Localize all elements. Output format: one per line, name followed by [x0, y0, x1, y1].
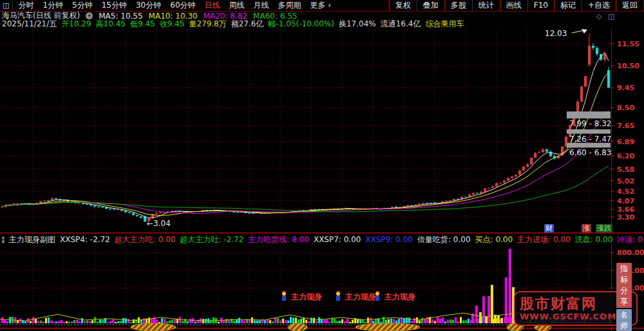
menu-separator [12, 0, 13, 11]
rise-badge[interactable]: 涨 [582, 224, 591, 232]
svg-text:5.02: 5.02 [617, 177, 634, 185]
low-value: 低9.45 [130, 19, 155, 30]
svg-text:6.89: 6.89 [617, 138, 634, 146]
stat-main-buy-line: 主力吃货线: 8.00 [248, 234, 309, 245]
btn-f10[interactable]: F10 [528, 0, 554, 11]
btn-statistics[interactable]: 统计 [473, 0, 500, 11]
svg-text:←3.04: ←3.04 [147, 219, 171, 228]
stat-xxsp9: XXSP9: 0.00 [365, 235, 413, 244]
period-tabs: 分时 1分钟 5分钟 15分钟 30分钟 60分钟 日线 周线 月线 多周期 更… [18, 0, 388, 11]
svg-text:5.58: 5.58 [617, 166, 634, 174]
stat-washout: 洗盘: 0.00 [575, 234, 613, 245]
tab-monthly[interactable]: 月线 [254, 0, 269, 11]
change-value: 幅-1.05(-10.00%) [268, 19, 334, 30]
date: 2025/11/21/五 [2, 19, 57, 30]
amount-value: 额27.6亿 [231, 19, 264, 30]
tab-15min[interactable]: 15分钟 [102, 0, 127, 11]
close-value: 收9.45 [160, 19, 185, 30]
tab-daily[interactable]: 日线 [205, 0, 220, 11]
chevron-down-icon[interactable]: ▾ [2, 236, 5, 243]
btn-overlay[interactable]: 叠加 [417, 0, 444, 11]
svg-text:主力现身: 主力现身 [345, 292, 376, 301]
quote-info-row: 2025/11/21/五 开10.29 高10.45 低9.45 收9.45 量… [2, 20, 464, 28]
svg-text:主力现身: 主力现身 [290, 292, 322, 301]
indicator-title[interactable]: 主力现身副图 [9, 234, 55, 245]
svg-text:主力现身: 主力现身 [384, 292, 415, 301]
watermark-badges: 指标分享 名师课程 [616, 261, 632, 331]
watermark-text: 股市财富网 WWW.GSCFW.COM [520, 296, 616, 321]
svg-text:7.99 - 8.32: 7.99 - 8.32 [569, 119, 611, 128]
industry-label[interactable]: 综合乘用车 [425, 19, 464, 30]
svg-text:10.50: 10.50 [617, 62, 639, 70]
svg-text:800.00: 800.00 [617, 249, 644, 257]
stat-super-sell: 超大主力吐: -2.72 [180, 234, 243, 245]
svg-text:6.20: 6.20 [617, 152, 634, 160]
btn-back[interactable]: 返回 [616, 0, 643, 11]
tab-minute-chart[interactable]: 分时 [18, 0, 33, 11]
svg-text:11.55: 11.55 [617, 40, 639, 48]
tab-multi-period[interactable]: 多周期 [278, 0, 301, 11]
rise-fall-badge[interactable]: 涨跌 [596, 224, 612, 232]
svg-text:4.07: 4.07 [617, 197, 634, 205]
btn-draw-line[interactable]: 画线 [500, 0, 527, 11]
stock-app-window: ◫ 分时 1分钟 5分钟 15分钟 30分钟 60分钟 日线 周线 月线 多周期… [0, 0, 644, 331]
tab-weekly[interactable]: 周线 [229, 0, 245, 11]
watermark-gscfw: 股市财富网 WWW.GSCFW.COM 指标分享 名师课程 [514, 291, 638, 326]
svg-text:9.45: 9.45 [617, 84, 634, 92]
btn-mark[interactable]: 标记 [554, 0, 582, 11]
btn-adjust-price[interactable]: 复权 [390, 0, 417, 11]
svg-text:7.65: 7.65 [617, 122, 634, 130]
svg-text:3.30: 3.30 [617, 213, 634, 222]
tool-buttons: 复权 叠加 多股 统计 画线 F10 标记 +自选 返回 [389, 0, 643, 11]
float-shares-value: 流通16.4亿 [381, 19, 421, 30]
tab-30min[interactable]: 30分钟 [136, 0, 161, 11]
finance-badge[interactable]: 财 [544, 224, 554, 232]
tab-more[interactable]: 更多 › [310, 0, 332, 11]
svg-text:7.26 - 7.47: 7.26 - 7.47 [569, 135, 611, 144]
open-value: 开10.29 [61, 19, 91, 30]
stat-main-enter: 主力进场: 0.00 [517, 234, 571, 245]
turnover-value: 换17.04% [339, 19, 376, 30]
top-menu-bar: ◫ 分时 1分钟 5分钟 15分钟 30分钟 60分钟 日线 周线 月线 多周期… [0, 0, 644, 12]
indicator-header: ▾ 主力现身副图 XXSP4: -2.72 超大主力吃: 0.00 超大主力吐:… [2, 234, 643, 245]
window-split-icon[interactable]: ◫ [3, 0, 9, 11]
stat-super-buy: 超大主力吃: 0.00 [115, 234, 176, 245]
svg-text:12.03: 12.03 [545, 29, 567, 38]
tab-5min[interactable]: 5分钟 [72, 0, 93, 11]
stat-xxsp4: XXSP4: -2.72 [60, 235, 110, 244]
stat-top-rush: 冲顶: 0.00 [617, 234, 643, 245]
watermark-url: WWW.GSCFW.COM [520, 312, 616, 321]
split-view-icon[interactable]: ◫ [608, 13, 614, 20]
watermark-badge-indicator-share: 指标分享 [616, 263, 632, 308]
diamond-icon[interactable]: ◇ [596, 13, 601, 20]
svg-text:6.60 - 6.83: 6.60 - 6.83 [569, 148, 611, 157]
watermark-title: 股市财富网 [520, 296, 616, 312]
volume-value: 量279.8万 [189, 19, 226, 30]
high-value: 高10.45 [96, 19, 126, 30]
stat-buy-point: 买点: 0.00 [475, 234, 513, 245]
btn-add-watchlist[interactable]: +自选 [582, 0, 616, 11]
stat-double-volume: 倍量吃货: 0.00 [417, 234, 471, 245]
svg-text:4.52: 4.52 [617, 187, 634, 196]
svg-text:8.50: 8.50 [617, 104, 634, 112]
stat-xxsp7: XXSP7: 0.00 [314, 235, 361, 244]
tab-60min[interactable]: 60分钟 [170, 0, 195, 11]
btn-multi-stock[interactable]: 多股 [445, 0, 472, 11]
watermark-badge-teacher-course: 名师课程 [616, 309, 632, 331]
main-price-chart[interactable]: 11.5510.509.458.507.656.896.205.585.024.… [0, 29, 644, 234]
tab-1min[interactable]: 1分钟 [43, 0, 63, 11]
